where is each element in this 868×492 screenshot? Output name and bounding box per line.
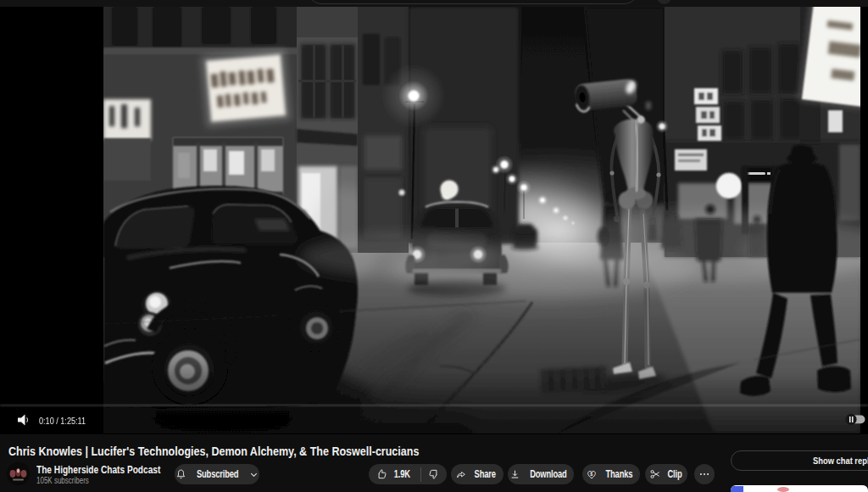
svg-text:$: $ xyxy=(590,472,593,477)
svg-text:0:10 / 1:25:11: 0:10 / 1:25:11 xyxy=(39,416,86,426)
